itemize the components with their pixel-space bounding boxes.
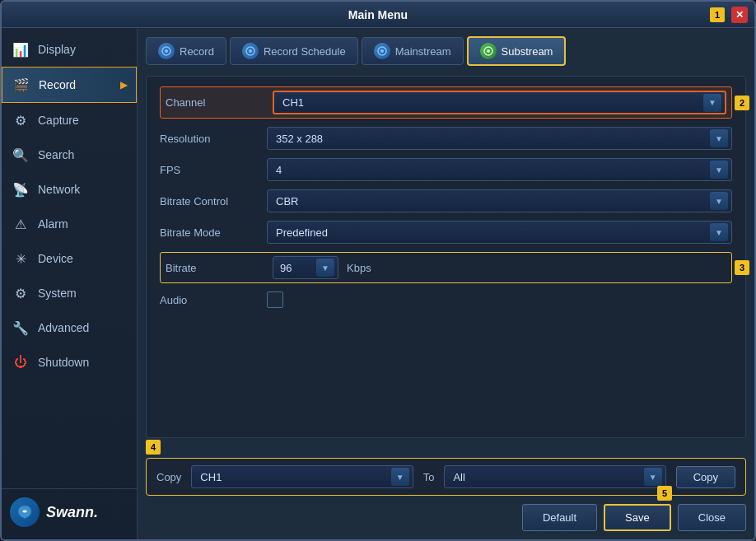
device-icon: ✳ [12,250,30,268]
bottom-bar: 5 Default Save Close [146,496,746,531]
sidebar-label-display: Display [38,43,76,56]
bitrate-mode-row: Bitrate Mode Predefined ▼ [160,221,732,244]
audio-checkbox[interactable] [267,291,283,308]
tab-substream[interactable]: Substream [467,36,567,66]
fps-select[interactable]: 4 ▼ [267,158,732,181]
sidebar-label-search: Search [38,148,74,161]
tab-record-schedule-label: Record Schedule [264,45,346,58]
channel-select[interactable]: CH1 ▼ [273,91,726,114]
sidebar-label-record: Record [39,78,76,91]
sidebar-label-network: Network [38,183,80,196]
sidebar-item-record[interactable]: 🎬 Record ▶ [2,67,137,103]
badge-4: 4 [146,440,161,455]
copy-to-value: All [453,471,464,483]
sidebar-item-search[interactable]: 🔍 Search [2,138,137,172]
resolution-value: 352 x 288 [276,133,323,145]
copy-from-label: Copy [156,471,181,483]
bitrate-mode-value: Predefined [276,226,328,239]
alarm-icon: ⚠ [12,215,30,233]
close-button[interactable]: Close [678,504,746,531]
copy-section: Copy CH1 ▼ To All ▼ Copy [146,458,746,496]
sidebar-item-network[interactable]: 📡 Network [2,172,137,207]
record-icon: 🎬 [12,76,30,94]
sidebar-label-device: Device [38,252,73,265]
resolution-dropdown-arrow[interactable]: ▼ [710,129,728,147]
copy-button[interactable]: Copy [676,466,735,488]
channel-value: CH1 [282,96,304,109]
sidebar: 📊 Display 🎬 Record ▶ ⚙ Capture 🔍 Search … [2,28,138,539]
resolution-label: Resolution [160,133,259,145]
bitrate-value: 96 [280,262,292,274]
fps-dropdown-arrow[interactable]: ▼ [710,161,728,179]
window-title: Main Menu [348,8,408,21]
tab-record[interactable]: Record [146,37,226,65]
network-icon: 📡 [12,180,30,198]
sidebar-item-alarm[interactable]: ⚠ Alarm [2,207,137,241]
badge-5: 5 [657,486,672,501]
brand-text: Swann. [46,504,98,521]
tab-record-schedule[interactable]: Record Schedule [230,37,358,65]
tab-bar: Record Record Schedule Mainstream [146,36,746,66]
bitrate-control-value: CBR [276,195,298,208]
svg-point-1 [165,49,168,53]
copy-from-dropdown-arrow[interactable]: ▼ [391,468,409,486]
sidebar-item-display[interactable]: 📊 Display [2,32,137,67]
audio-row: Audio [160,291,732,308]
tab-mainstream-label: Mainstream [395,45,451,58]
tab-substream-icon [480,43,497,59]
sidebar-item-shutdown[interactable]: ⏻ Shutdown [2,345,137,380]
fps-value: 4 [276,164,282,176]
bitrate-dropdown-arrow[interactable]: ▼ [316,259,334,277]
tab-record-icon [158,43,175,59]
tab-mainstream-icon [374,43,390,59]
bitrate-control-select[interactable]: CBR ▼ [267,189,732,212]
default-button[interactable]: Default [522,504,597,531]
save-button[interactable]: Save [604,504,671,531]
bitrate-mode-label: Bitrate Mode [160,226,259,239]
bitrate-control-dropdown-arrow[interactable]: ▼ [710,192,728,210]
copy-from-select[interactable]: CH1 ▼ [191,465,413,488]
tab-mainstream[interactable]: Mainstream [362,37,464,65]
channel-row: Channel CH1 ▼ 2 [160,86,732,119]
bitrate-select[interactable]: 96 ▼ [273,256,338,279]
bitrate-control-row: Bitrate Control CBR ▼ [160,189,732,212]
svg-point-7 [487,49,490,53]
channel-dropdown-arrow[interactable]: ▼ [703,94,721,112]
bitrate-label: Bitrate [166,262,264,274]
sidebar-item-capture[interactable]: ⚙ Capture [2,103,137,138]
resolution-row: Resolution 352 x 288 ▼ [160,127,732,150]
sidebar-label-system: System [38,287,77,300]
badge-3: 3 [735,260,749,275]
bitrate-control-label: Bitrate Control [160,195,259,208]
copy-from-value: CH1 [200,471,222,483]
advanced-icon: 🔧 [12,319,30,337]
system-icon: ⚙ [12,284,30,302]
svg-point-5 [380,49,384,53]
copy-to-dropdown-arrow[interactable]: ▼ [644,468,662,486]
tab-record-label: Record [180,45,214,58]
bitrate-row: Bitrate 96 ▼ Kbps 3 [160,252,732,283]
copy-section-wrapper: 4 Copy CH1 ▼ To All ▼ Copy [146,450,746,496]
record-arrow-icon: ▶ [120,79,128,91]
resolution-select[interactable]: 352 x 288 ▼ [267,127,732,150]
channel-label: Channel [166,96,264,109]
form-area: Channel CH1 ▼ 2 Resolution 352 x 288 ▼ [146,76,746,438]
sidebar-item-device[interactable]: ✳ Device [2,241,137,276]
swann-logo-icon [10,497,40,527]
svg-point-3 [249,49,252,53]
sidebar-label-capture: Capture [38,114,79,127]
sidebar-item-system[interactable]: ⚙ System [2,276,137,310]
close-icon[interactable]: ✕ [731,7,748,23]
bitrate-mode-select[interactable]: Predefined ▼ [267,221,732,244]
main-window: Main Menu 1 ✕ 📊 Display 🎬 Record ▶ ⚙ Cap… [0,0,756,541]
badge-2: 2 [735,96,749,110]
sidebar-label-alarm: Alarm [38,217,68,231]
capture-icon: ⚙ [12,111,30,129]
copy-to-select[interactable]: All ▼ [444,465,665,488]
sidebar-brand: Swann. [2,488,137,535]
sidebar-label-shutdown: Shutdown [38,356,89,369]
fps-row: FPS 4 ▼ [160,158,732,181]
bitrate-mode-dropdown-arrow[interactable]: ▼ [710,223,728,241]
sidebar-item-advanced[interactable]: 🔧 Advanced [2,310,137,345]
tab-record-schedule-icon [242,43,259,59]
